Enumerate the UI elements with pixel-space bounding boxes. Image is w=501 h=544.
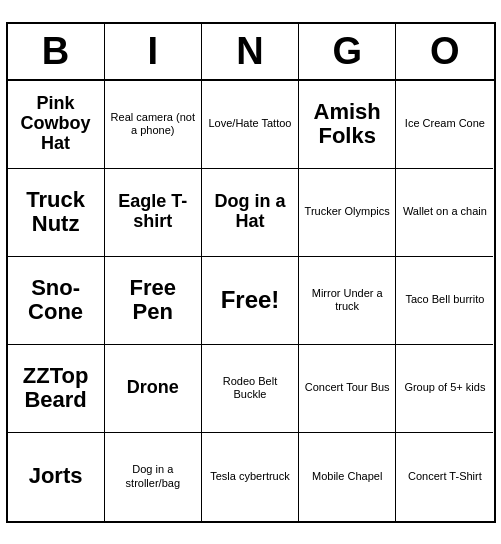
cell-text-1: Real camera (not a phone) <box>109 111 197 137</box>
bingo-cell-18[interactable]: Concert Tour Bus <box>299 345 396 433</box>
bingo-cell-4[interactable]: Ice Cream Cone <box>396 81 493 169</box>
cell-text-19: Group of 5+ kids <box>404 381 485 394</box>
bingo-cell-12[interactable]: Free! <box>202 257 299 345</box>
cell-text-7: Dog in a Hat <box>206 192 294 232</box>
cell-text-11: Free Pen <box>109 276 197 324</box>
bingo-letter-o: O <box>396 24 493 79</box>
cell-text-3: Amish Folks <box>303 100 391 148</box>
cell-text-21: Dog in a stroller/bag <box>109 463 197 489</box>
cell-text-2: Love/Hate Tattoo <box>209 117 292 130</box>
bingo-cell-16[interactable]: Drone <box>105 345 202 433</box>
cell-text-12: Free! <box>221 286 280 315</box>
cell-text-14: Taco Bell burrito <box>405 293 484 306</box>
bingo-letter-g: G <box>299 24 396 79</box>
cell-text-24: Concert T-Shirt <box>408 470 482 483</box>
bingo-cell-8[interactable]: Trucker Olympics <box>299 169 396 257</box>
bingo-cell-24[interactable]: Concert T-Shirt <box>396 433 493 521</box>
bingo-letter-n: N <box>202 24 299 79</box>
bingo-cell-21[interactable]: Dog in a stroller/bag <box>105 433 202 521</box>
bingo-cell-19[interactable]: Group of 5+ kids <box>396 345 493 433</box>
cell-text-0: Pink Cowboy Hat <box>12 94 100 153</box>
bingo-cell-20[interactable]: Jorts <box>8 433 105 521</box>
bingo-cell-13[interactable]: Mirror Under a truck <box>299 257 396 345</box>
bingo-cell-1[interactable]: Real camera (not a phone) <box>105 81 202 169</box>
bingo-cell-17[interactable]: Rodeo Belt Buckle <box>202 345 299 433</box>
cell-text-17: Rodeo Belt Buckle <box>206 375 294 401</box>
bingo-cell-3[interactable]: Amish Folks <box>299 81 396 169</box>
cell-text-23: Mobile Chapel <box>312 470 382 483</box>
bingo-cell-22[interactable]: Tesla cybertruck <box>202 433 299 521</box>
cell-text-22: Tesla cybertruck <box>210 470 289 483</box>
cell-text-8: Trucker Olympics <box>305 205 390 218</box>
bingo-cell-23[interactable]: Mobile Chapel <box>299 433 396 521</box>
cell-text-20: Jorts <box>29 464 83 488</box>
bingo-card: BINGO Pink Cowboy HatReal camera (not a … <box>6 22 496 523</box>
bingo-cell-0[interactable]: Pink Cowboy Hat <box>8 81 105 169</box>
cell-text-9: Wallet on a chain <box>403 205 487 218</box>
cell-text-5: Truck Nutz <box>12 188 100 236</box>
bingo-cell-7[interactable]: Dog in a Hat <box>202 169 299 257</box>
bingo-cell-9[interactable]: Wallet on a chain <box>396 169 493 257</box>
bingo-cell-5[interactable]: Truck Nutz <box>8 169 105 257</box>
bingo-header: BINGO <box>8 24 494 81</box>
cell-text-4: Ice Cream Cone <box>405 117 485 130</box>
cell-text-13: Mirror Under a truck <box>303 287 391 313</box>
bingo-cell-6[interactable]: Eagle T-shirt <box>105 169 202 257</box>
bingo-cell-2[interactable]: Love/Hate Tattoo <box>202 81 299 169</box>
bingo-letter-b: B <box>8 24 105 79</box>
bingo-letter-i: I <box>105 24 202 79</box>
cell-text-18: Concert Tour Bus <box>305 381 390 394</box>
bingo-cell-10[interactable]: Sno-Cone <box>8 257 105 345</box>
bingo-grid: Pink Cowboy HatReal camera (not a phone)… <box>8 81 494 521</box>
cell-text-6: Eagle T-shirt <box>109 192 197 232</box>
cell-text-10: Sno-Cone <box>12 276 100 324</box>
bingo-cell-14[interactable]: Taco Bell burrito <box>396 257 493 345</box>
cell-text-15: ZZTop Beard <box>12 364 100 412</box>
bingo-cell-11[interactable]: Free Pen <box>105 257 202 345</box>
cell-text-16: Drone <box>127 378 179 398</box>
bingo-cell-15[interactable]: ZZTop Beard <box>8 345 105 433</box>
